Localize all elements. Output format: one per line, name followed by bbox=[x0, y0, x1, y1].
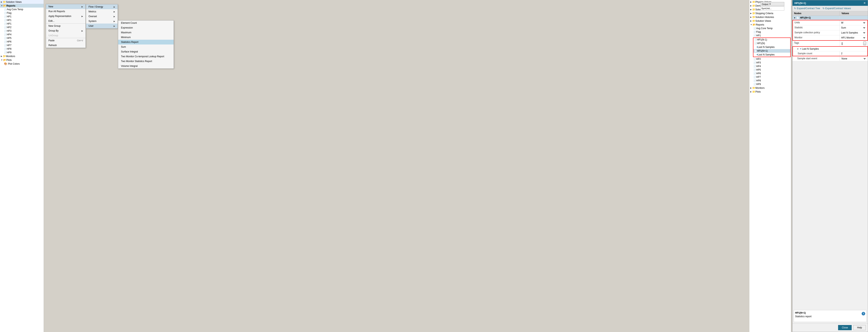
tree-item-plot-colors[interactable]: 🎨 Plot Colors bbox=[3, 62, 44, 66]
center-tree-last-n-1[interactable]: • Last N Samples bbox=[753, 45, 790, 49]
submenu-item-flow-energy[interactable]: Flow / Energy ▶ bbox=[86, 4, 118, 9]
center-tree-hp9[interactable]: 📄 HP9 bbox=[753, 82, 791, 86]
context-menu-item-paste[interactable]: Paste Ctrl+V bbox=[46, 38, 86, 43]
center-tree-avg[interactable]: 📄 Avg Core Temp bbox=[753, 27, 791, 30]
output-close-icon[interactable]: ✕ bbox=[769, 3, 771, 5]
center-tree-monitors[interactable]: ▶ 📁 Monitors bbox=[749, 86, 791, 90]
units-select[interactable]: W bbox=[862, 21, 866, 24]
help-button[interactable]: Help bbox=[853, 325, 866, 330]
doc-icon: 📄 bbox=[754, 42, 757, 45]
tree-item-hp2[interactable]: 📄 HP2 bbox=[3, 26, 44, 29]
tree-item-hp5[interactable]: 📄 HP5 bbox=[3, 36, 44, 40]
center-tree-hp5[interactable]: 📄 HP5 bbox=[753, 68, 791, 72]
context-menu-item-new-group[interactable]: New Group bbox=[46, 23, 86, 28]
output-tab[interactable]: Output ✕ bbox=[761, 2, 784, 6]
tree-label: Flag bbox=[756, 30, 761, 33]
expand-contract-tree-button[interactable]: ↻ Expand/Contract Tree bbox=[794, 7, 820, 10]
tree-item-hp1-c[interactable]: 📄 HP1 bbox=[3, 22, 44, 26]
center-tree-hp1-n1[interactable]: 📄 HP1(N+1) bbox=[753, 49, 790, 53]
context-menu-item-refresh[interactable]: Refresh bbox=[46, 43, 86, 48]
tree-item-plots[interactable]: ▼ 📂 Plots bbox=[0, 58, 44, 62]
context-menu-item-group-by[interactable]: Group By ▶ bbox=[46, 28, 86, 33]
center-tree-item-stopping[interactable]: ▶ 📁 Stopping Criteria bbox=[749, 11, 791, 15]
submenu3-item-two-monitor-co[interactable]: Two Monitor Co-temporal Lookup Report bbox=[118, 54, 174, 59]
submenu3-item-statistics-report[interactable]: Statistics Report bbox=[118, 40, 174, 45]
center-tree-hp1-n[interactable]: 📄 HP1(N) bbox=[753, 42, 790, 45]
submenu-item-system[interactable]: System ▶ bbox=[86, 19, 118, 24]
submenu3-item-minimum[interactable]: Minimum bbox=[118, 35, 174, 40]
center-tree-hp8[interactable]: 📄 HP8 bbox=[753, 79, 791, 82]
center-tree-hp7[interactable]: 📄 HP7 bbox=[753, 75, 791, 79]
last-n-samples-header[interactable]: ▼ • Last N Samples bbox=[793, 47, 867, 51]
center-tree-hp3[interactable]: 📄 HP3 bbox=[753, 61, 791, 64]
expand-contract-values-label: Expand/Contract Values bbox=[825, 7, 851, 10]
sample-policy-value[interactable]: Last N Samples Last N Samples bbox=[839, 30, 867, 35]
submenu-user: Element Count Expression Maximum Minimum… bbox=[118, 20, 174, 68]
tree-item-hp1-b[interactable]: 📄 HP1 bbox=[3, 18, 44, 22]
doc-icon: 📄 bbox=[753, 58, 756, 60]
center-tree-hp1-n-1[interactable]: 📄 HP1(N-1) bbox=[753, 38, 790, 42]
submenu3-item-sum[interactable]: Sum bbox=[118, 45, 174, 49]
sample-count-value[interactable]: 2 bbox=[839, 51, 867, 56]
submenu-item-overset[interactable]: Overset ▶ bbox=[86, 14, 118, 19]
center-tree-hp6[interactable]: 📄 HP6 bbox=[753, 72, 791, 75]
tree-item-avg-core[interactable]: 📄 Avg Core Temp bbox=[3, 7, 44, 11]
statistic-value[interactable]: Sum Sum bbox=[839, 25, 867, 30]
center-tree-item-reports[interactable]: ▼ 📂 Reports bbox=[749, 23, 791, 27]
tree-item-hp3[interactable]: 📄 HP3 bbox=[3, 29, 44, 33]
close-button[interactable]: Close bbox=[838, 325, 852, 330]
sample-start-value[interactable]: None None bbox=[840, 56, 868, 61]
tree-item-hp7[interactable]: 📄 HP7 bbox=[3, 44, 44, 47]
tags-value[interactable]: [] ... bbox=[840, 41, 868, 46]
tree-item-solution-views[interactable]: ▶ 📁 Solution Views bbox=[0, 0, 44, 4]
help-icon-desc[interactable]: ? bbox=[862, 312, 865, 315]
collapse-icon[interactable]: ▼ bbox=[794, 17, 796, 19]
submenu-item-metrics[interactable]: Metrics ▶ bbox=[86, 9, 118, 14]
tree-item-monitors[interactable]: ▶ 📁 Monitors bbox=[0, 54, 44, 58]
monitor-select[interactable]: HP1 Monitor bbox=[862, 36, 866, 39]
expand-contract-values-button[interactable]: ↻ Expand/Contract Values bbox=[823, 7, 851, 10]
submenu3-item-volume-integral[interactable]: Volume Integral bbox=[118, 64, 174, 68]
tree-item-hp4[interactable]: 📄 HP4 bbox=[3, 33, 44, 36]
center-tree-plots[interactable]: ▶ 📁 Plots bbox=[749, 90, 791, 93]
folder-icon: 📁 bbox=[752, 16, 755, 19]
context-menu-item-new[interactable]: New ▶ bbox=[46, 4, 86, 9]
submenu3-item-expression[interactable]: Expression bbox=[118, 25, 174, 30]
dialog-close-button[interactable]: ✕ bbox=[863, 1, 866, 5]
tree-item-flag[interactable]: 📄 Flag bbox=[3, 11, 44, 15]
help-circle-icon[interactable]: ? bbox=[862, 312, 865, 315]
submenu-item-user[interactable]: User ▶ bbox=[86, 24, 118, 28]
dialog-title: HP1(N+1) bbox=[795, 2, 806, 5]
submenu3-item-surface-integral[interactable]: Surface Integral bbox=[118, 49, 174, 54]
tree-label: HP1(N-1) bbox=[757, 38, 767, 41]
tree-item-hp9[interactable]: 📄 HP9 bbox=[3, 51, 44, 54]
center-tree-hp4[interactable]: 📄 HP4 bbox=[753, 64, 791, 68]
sample-start-select[interactable]: None bbox=[862, 57, 866, 60]
collapse-icon[interactable]: ▼ bbox=[797, 48, 799, 50]
tree-item-hp6[interactable]: 📄 HP6 bbox=[3, 40, 44, 44]
center-tree-last-n-2[interactable]: • Last N Samples bbox=[753, 53, 790, 57]
center-tree-flag[interactable]: 📄 Flag bbox=[753, 30, 791, 34]
center-tree-item-sol-views[interactable]: ▶ 📁 Solution Views bbox=[749, 19, 791, 23]
context-menu-item-run-all[interactable]: Run All Reports bbox=[46, 9, 86, 14]
center-tree-item-sol-hist[interactable]: ▶ 📁 Solution Histories bbox=[749, 15, 791, 19]
context-menu-item-apply-rep[interactable]: Apply Representation ▶ bbox=[46, 14, 86, 19]
context-menu-item-edit[interactable]: Edit... bbox=[46, 19, 86, 23]
submenu3-item-element-count[interactable]: Element Count bbox=[118, 21, 174, 25]
units-value[interactable]: W W bbox=[839, 20, 867, 25]
main-node-row[interactable]: ▼ 📄 HP1(N+1) bbox=[793, 16, 868, 20]
tree-item-hp1-a[interactable]: 📄 HP1 bbox=[3, 15, 44, 18]
tree-label: Avg Core Temp bbox=[756, 27, 773, 30]
tree-label: HP1(N) bbox=[757, 42, 765, 45]
submenu3-item-two-monitor-stats[interactable]: Two Monitor Statistics Report bbox=[118, 59, 174, 64]
center-tree-hp2[interactable]: 📄 HP2 bbox=[753, 57, 791, 61]
center-tree-hp1[interactable]: 📄 HP1 bbox=[753, 34, 791, 37]
statistic-select[interactable]: Sum bbox=[862, 26, 866, 29]
tree-item-hp8[interactable]: 📄 HP8 bbox=[3, 47, 44, 51]
arrow-icon: ▼ bbox=[1, 5, 3, 7]
tags-ellipsis-button[interactable]: ... bbox=[863, 42, 866, 45]
tree-item-reports[interactable]: ▼ 📂 Reports bbox=[0, 4, 44, 7]
sample-policy-select[interactable]: Last N Samples bbox=[862, 31, 866, 34]
monitor-value[interactable]: HP1 Monitor HP1 Monitor bbox=[839, 35, 867, 40]
submenu3-item-maximum[interactable]: Maximum bbox=[118, 30, 174, 35]
